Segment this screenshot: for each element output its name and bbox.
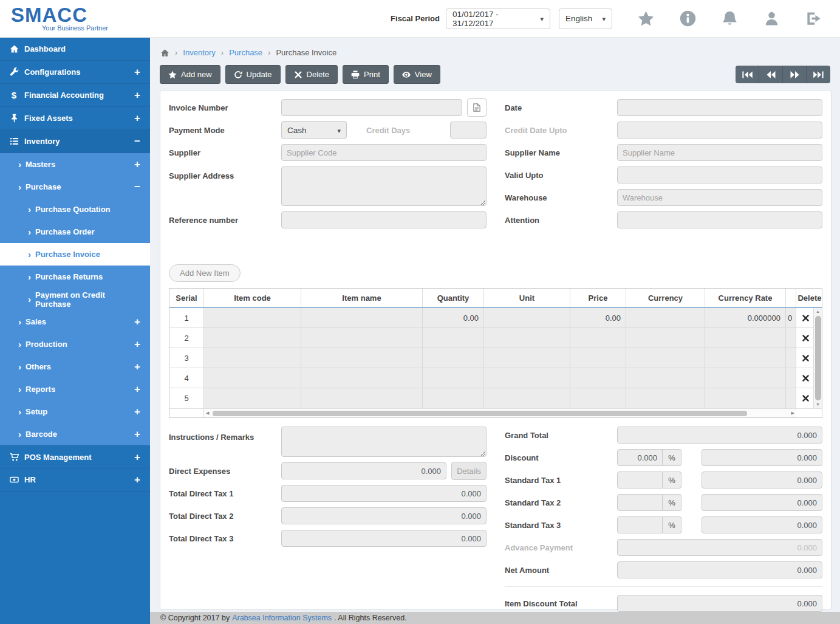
supplier-address-textarea[interactable] (281, 166, 487, 206)
sidebar-item-masters[interactable]: Masters + (0, 153, 150, 176)
clipped-cell[interactable] (786, 388, 796, 408)
row-delete-button[interactable] (796, 308, 814, 327)
date-input[interactable] (617, 99, 822, 116)
previous-record-button[interactable] (759, 66, 783, 83)
view-button[interactable]: View (394, 65, 440, 84)
expand-icon[interactable]: + (134, 475, 140, 485)
breadcrumb-inventory[interactable]: Inventory (183, 48, 215, 57)
instructions-remarks-textarea[interactable] (281, 427, 487, 457)
valid-upto-input[interactable] (617, 166, 822, 183)
sidebar-item-pos-management[interactable]: POS Management + (0, 445, 150, 468)
currency-rate-cell[interactable]: 0.000000 (705, 308, 786, 327)
unit-cell[interactable] (484, 328, 570, 348)
sidebar-item-purchase-quotation[interactable]: Purchase Quotation (0, 198, 150, 221)
star-icon[interactable] (638, 10, 654, 27)
standard-tax-3-amount-input[interactable] (702, 516, 822, 533)
unit-cell[interactable] (484, 388, 570, 408)
item-name-cell[interactable] (301, 328, 423, 348)
unit-cell[interactable] (484, 348, 570, 368)
grand-total-input[interactable] (617, 427, 822, 444)
clipped-cell[interactable] (786, 348, 796, 368)
quantity-cell[interactable] (423, 348, 484, 368)
expand-icon[interactable]: + (134, 159, 140, 170)
item-code-cell[interactable] (204, 368, 301, 388)
currency-rate-cell[interactable] (705, 388, 786, 408)
discount-percent-input[interactable] (617, 449, 663, 466)
expand-icon[interactable]: + (134, 452, 140, 462)
sidebar-item-hr[interactable]: HR + (0, 468, 150, 492)
details-button[interactable]: Details (451, 462, 487, 480)
vertical-scrollbar[interactable]: ▲ ▼ (813, 308, 822, 408)
standard-tax-1-amount-input[interactable] (702, 471, 822, 489)
price-cell[interactable] (570, 328, 626, 348)
expand-icon[interactable]: + (134, 362, 140, 372)
reference-number-input[interactable] (281, 211, 487, 228)
credit-days-input[interactable] (450, 122, 487, 139)
currency-cell[interactable] (626, 328, 705, 348)
expand-icon[interactable]: + (134, 406, 140, 417)
update-button[interactable]: Update (225, 65, 281, 84)
clipped-cell[interactable]: 0 (786, 308, 796, 327)
clipped-cell[interactable] (786, 328, 796, 348)
app-logo[interactable]: SMACC Your Business Partner (11, 5, 108, 32)
scrollbar-thumb[interactable] (213, 411, 747, 416)
direct-expenses-input[interactable] (281, 462, 446, 479)
standard-tax-2-percent-input[interactable] (617, 494, 663, 511)
sidebar-item-purchase-order[interactable]: Purchase Order (0, 221, 150, 243)
price-cell[interactable] (570, 368, 626, 388)
sidebar-item-barcode[interactable]: Barcode + (0, 423, 150, 445)
discount-amount-input[interactable] (702, 449, 822, 466)
sidebar-item-reports[interactable]: Reports + (0, 378, 150, 400)
expand-icon[interactable]: + (134, 90, 140, 100)
expand-icon[interactable]: + (134, 339, 140, 349)
currency-rate-cell[interactable] (705, 368, 786, 388)
item-code-cell[interactable] (204, 388, 301, 408)
unit-cell[interactable] (484, 368, 570, 388)
currency-rate-cell[interactable] (705, 348, 786, 368)
sidebar-item-configurations[interactable]: Configurations + (0, 61, 150, 84)
quantity-cell[interactable] (423, 368, 484, 388)
row-delete-button[interactable] (796, 368, 814, 388)
supplier-name-input[interactable] (617, 144, 822, 161)
add-new-item-button[interactable]: Add New Item (169, 264, 241, 282)
breadcrumb-purchase[interactable]: Purchase (229, 48, 262, 57)
quantity-cell[interactable] (423, 328, 484, 348)
payment-mode-select[interactable]: Cash (281, 121, 347, 139)
quantity-cell[interactable]: 0.00 (423, 308, 484, 327)
item-name-cell[interactable] (301, 388, 423, 408)
expand-icon[interactable]: + (134, 113, 140, 123)
first-record-button[interactable] (736, 66, 759, 83)
standard-tax-1-percent-input[interactable] (617, 471, 663, 489)
expand-icon[interactable]: + (134, 67, 140, 77)
total-direct-tax-3-input[interactable] (281, 530, 487, 547)
unit-cell[interactable] (484, 308, 570, 327)
price-cell[interactable]: 0.00 (570, 308, 626, 327)
sidebar-item-others[interactable]: Others + (0, 355, 150, 378)
language-select[interactable]: English (559, 9, 612, 29)
total-direct-tax-2-input[interactable] (281, 507, 487, 524)
item-code-cell[interactable] (204, 348, 301, 368)
currency-cell[interactable] (626, 388, 705, 408)
sidebar-item-purchase[interactable]: Purchase − (0, 176, 150, 198)
item-name-cell[interactable] (301, 348, 423, 368)
currency-cell[interactable] (626, 348, 705, 368)
credit-date-upto-input[interactable] (617, 122, 822, 139)
invoice-number-input[interactable] (281, 99, 462, 116)
warehouse-input[interactable] (617, 189, 822, 206)
expand-icon[interactable]: + (134, 317, 140, 327)
total-direct-tax-1-input[interactable] (281, 485, 487, 502)
last-record-button[interactable] (807, 66, 830, 83)
expand-icon[interactable]: + (134, 384, 140, 394)
scroll-up-icon[interactable]: ▲ (816, 309, 820, 315)
price-cell[interactable] (570, 388, 626, 408)
home-icon[interactable] (160, 49, 169, 57)
horizontal-scrollbar[interactable]: ◀ ▶ (204, 409, 796, 417)
scroll-right-icon[interactable]: ▶ (791, 411, 794, 416)
item-code-cell[interactable] (204, 328, 301, 348)
sidebar-item-sales[interactable]: Sales + (0, 310, 150, 333)
add-new-button[interactable]: Add new (160, 65, 220, 84)
collapse-icon[interactable]: − (134, 182, 140, 192)
next-record-button[interactable] (783, 66, 807, 83)
fiscal-period-select[interactable]: 01/01/2017 - 31/12/2017 (446, 9, 550, 29)
delete-button[interactable]: Delete (285, 65, 338, 84)
